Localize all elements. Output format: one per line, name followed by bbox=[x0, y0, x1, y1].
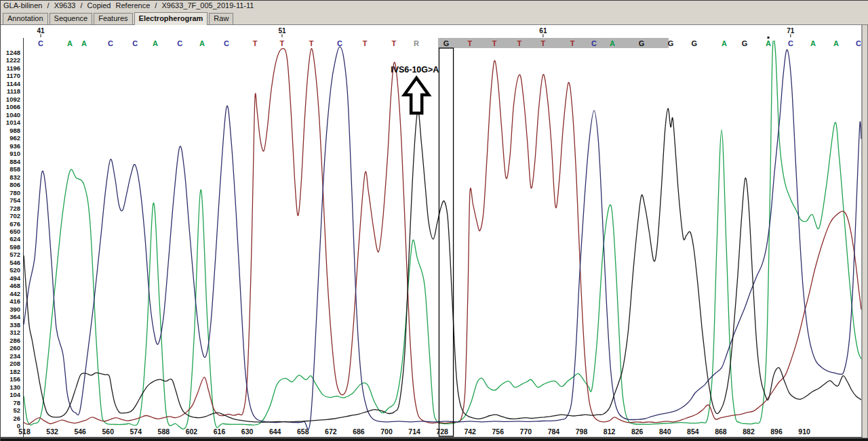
x-axis-label: 784 bbox=[548, 427, 560, 436]
y-axis-label: 1040 bbox=[6, 111, 20, 119]
base-call-R: R bbox=[414, 39, 419, 47]
y-axis-label: 52 bbox=[13, 406, 20, 414]
y-axis-label: 442 bbox=[9, 290, 20, 297]
tab-raw[interactable]: Raw bbox=[209, 13, 233, 24]
base-call-T: T bbox=[391, 39, 396, 47]
application-window: GLA-bilinen / X9633 / Copied Reference /… bbox=[0, 0, 868, 441]
x-axis-label: 882 bbox=[743, 427, 755, 436]
y-axis-label: 1196 bbox=[6, 64, 20, 72]
y-axis-label: 702 bbox=[9, 212, 20, 219]
y-axis-label: 884 bbox=[9, 158, 21, 165]
tab-features[interactable]: Features bbox=[94, 13, 132, 24]
y-axis-label: 286 bbox=[9, 337, 20, 344]
y-axis-label: 78 bbox=[13, 399, 20, 406]
base-call-C: C bbox=[132, 39, 138, 47]
edited-base-dot bbox=[768, 37, 770, 39]
y-axis-label: 650 bbox=[9, 228, 20, 235]
base-call-C: C bbox=[177, 39, 182, 47]
position-marker: 61 bbox=[539, 27, 547, 35]
y-axis-label: 962 bbox=[9, 134, 20, 142]
x-axis-label: 644 bbox=[269, 427, 281, 436]
x-axis-label: 686 bbox=[353, 427, 365, 436]
base-call-G: G bbox=[668, 39, 674, 47]
x-axis-label: 532 bbox=[46, 427, 58, 436]
y-axis-label: 624 bbox=[9, 235, 21, 243]
y-axis-label: 260 bbox=[9, 344, 20, 352]
base-call-A: A bbox=[81, 39, 87, 47]
x-axis-label: 546 bbox=[74, 427, 86, 436]
x-axis-label: 826 bbox=[631, 427, 644, 436]
x-axis-label: 812 bbox=[604, 427, 616, 436]
y-axis-label: 468 bbox=[9, 282, 20, 289]
y-axis-label: 104 bbox=[9, 391, 21, 398]
selected-sequence-band[interactable] bbox=[438, 38, 669, 48]
tab-sequence[interactable]: Sequence bbox=[50, 13, 93, 24]
position-marker: 51 bbox=[278, 27, 286, 35]
window-bottom-border bbox=[1, 438, 868, 441]
x-axis-label: 518 bbox=[18, 427, 31, 436]
x-axis-label: 700 bbox=[380, 427, 393, 436]
x-axis-label: 560 bbox=[102, 427, 114, 436]
y-axis-label: 676 bbox=[9, 220, 20, 228]
base-call-A: A bbox=[722, 39, 727, 47]
y-axis-label: 1066 bbox=[6, 103, 20, 110]
base-call-A: A bbox=[199, 39, 205, 47]
tab-electropherogram[interactable]: Electropherogram bbox=[134, 12, 208, 25]
y-axis-label: 754 bbox=[9, 196, 21, 204]
x-axis-label: 588 bbox=[158, 427, 170, 436]
y-axis-label: 806 bbox=[9, 181, 20, 188]
base-call-T: T bbox=[363, 39, 368, 47]
y-axis-label: 390 bbox=[9, 306, 20, 313]
base-call-A: A bbox=[766, 39, 771, 47]
variant-annotation-label: IVS6-10G>A bbox=[391, 65, 439, 75]
x-axis-label: 616 bbox=[214, 427, 226, 436]
y-axis-label: 1170 bbox=[6, 72, 20, 79]
base-call-G: G bbox=[443, 39, 450, 47]
x-axis-label: 742 bbox=[464, 427, 476, 436]
position-marker: 71 bbox=[787, 27, 795, 35]
base-call-A: A bbox=[810, 39, 816, 47]
base-call-C: C bbox=[38, 39, 43, 47]
y-axis-label: 832 bbox=[9, 173, 20, 181]
tab-bar: AnnotationSequenceFeaturesElectropherogr… bbox=[1, 12, 868, 25]
y-axis-label: 598 bbox=[9, 243, 20, 251]
y-axis-label: 780 bbox=[9, 189, 20, 196]
y-axis-label: 156 bbox=[9, 375, 20, 383]
y-axis-label: 1092 bbox=[6, 96, 20, 103]
y-axis-label: 728 bbox=[9, 205, 20, 212]
y-axis-label: 1118 bbox=[7, 87, 20, 95]
y-axis-label: 208 bbox=[9, 360, 20, 367]
y-axis-label: 572 bbox=[9, 251, 20, 258]
base-call-C: C bbox=[856, 39, 861, 47]
position-marker: 41 bbox=[37, 27, 45, 35]
y-axis-label: 936 bbox=[9, 142, 20, 150]
base-call-A: A bbox=[153, 39, 158, 47]
y-axis-label: 1144 bbox=[6, 80, 20, 87]
base-call-T: T bbox=[492, 39, 497, 47]
x-axis-label: 756 bbox=[492, 427, 505, 436]
base-call-C: C bbox=[591, 39, 597, 47]
base-call-A: A bbox=[67, 39, 73, 47]
y-axis-label: 26 bbox=[13, 415, 20, 422]
base-call-T: T bbox=[541, 39, 546, 47]
breadcrumb: GLA-bilinen / X9633 / Copied Reference /… bbox=[1, 0, 868, 13]
y-axis-label: 364 bbox=[9, 313, 21, 320]
base-call-C: C bbox=[108, 39, 113, 47]
x-axis-label: 574 bbox=[130, 427, 142, 436]
tab-annotation[interactable]: Annotation bbox=[3, 13, 48, 24]
base-call-C: C bbox=[224, 39, 229, 47]
y-axis-label: 416 bbox=[9, 297, 20, 305]
base-call-G: G bbox=[692, 39, 698, 47]
base-call-G: G bbox=[742, 39, 748, 47]
y-axis-label: 234 bbox=[9, 352, 21, 360]
x-axis-label: 854 bbox=[687, 427, 699, 436]
x-axis-label: 602 bbox=[186, 427, 198, 436]
base-call-A: A bbox=[833, 39, 839, 47]
x-axis-label: 798 bbox=[576, 427, 588, 436]
x-axis-label: 714 bbox=[408, 427, 420, 436]
y-axis-label: 338 bbox=[9, 321, 20, 329]
base-call-G: G bbox=[639, 39, 645, 47]
base-call-T: T bbox=[253, 39, 258, 47]
right-gutter bbox=[863, 25, 867, 438]
x-axis-label: 672 bbox=[325, 427, 337, 436]
